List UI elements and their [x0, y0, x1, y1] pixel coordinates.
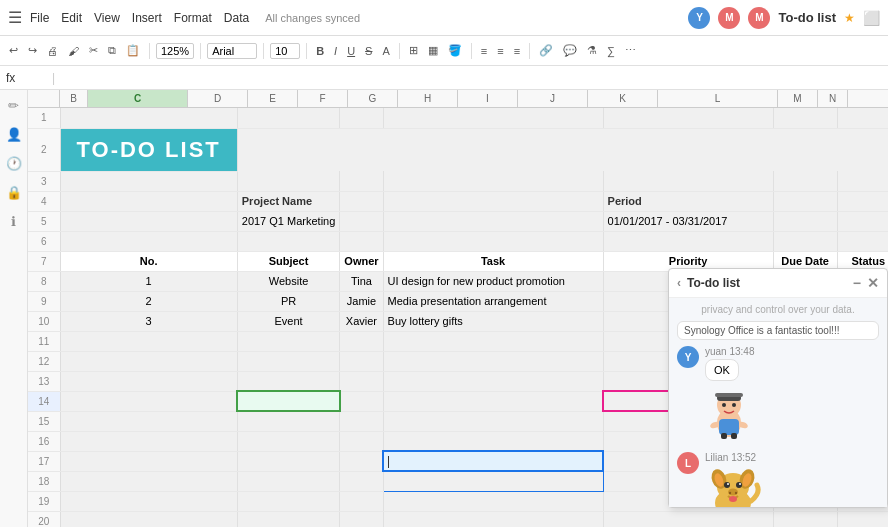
col-header-b[interactable]: B: [60, 90, 88, 107]
avatar-m1[interactable]: M: [718, 7, 740, 29]
cell-g1[interactable]: [773, 108, 837, 128]
undo-button[interactable]: ↩: [6, 42, 21, 59]
redo-button[interactable]: ↪: [25, 42, 40, 59]
scissors-button[interactable]: ✂: [86, 42, 101, 59]
cell-g6[interactable]: [773, 231, 837, 251]
col-header-f[interactable]: F: [298, 90, 348, 107]
col-header-c[interactable]: C: [88, 90, 188, 107]
cell-d17[interactable]: yuan: [340, 451, 383, 471]
align-left-button[interactable]: ≡: [478, 43, 490, 59]
cell-no-1[interactable]: 1: [60, 271, 237, 291]
col-header-h[interactable]: H: [398, 90, 458, 107]
cell-g5[interactable]: [773, 211, 837, 231]
menu-file[interactable]: File: [30, 11, 49, 25]
sidebar-info-icon[interactable]: ℹ: [11, 214, 16, 229]
cell-d1[interactable]: [340, 108, 383, 128]
cell-title[interactable]: TO-DO LIST: [60, 128, 237, 171]
cell-b13[interactable]: [60, 371, 237, 391]
cell-g3[interactable]: [773, 171, 837, 191]
cell-b3[interactable]: [60, 171, 237, 191]
menu-edit[interactable]: Edit: [61, 11, 82, 25]
cell-c16[interactable]: [237, 431, 340, 451]
cell-e6[interactable]: [383, 231, 603, 251]
cell-b17[interactable]: [60, 451, 237, 471]
cell-c11[interactable]: [237, 331, 340, 351]
sidebar-lock-icon[interactable]: 🔒: [6, 185, 22, 200]
cell-b15[interactable]: [60, 411, 237, 431]
col-header-l[interactable]: L: [658, 90, 778, 107]
cell-j20[interactable]: [773, 511, 837, 527]
hamburger-icon[interactable]: ☰: [8, 8, 22, 27]
cell-subject-1[interactable]: Website: [237, 271, 340, 291]
cell-owner-3[interactable]: Xavier: [340, 311, 383, 331]
paint-format-button[interactable]: 🖌: [65, 43, 82, 59]
cell-task-3[interactable]: Buy lottery gifts: [383, 311, 603, 331]
cell-c20[interactable]: [237, 511, 340, 527]
cell-f1[interactable]: [603, 108, 773, 128]
cell-b20[interactable]: [60, 511, 237, 527]
cell-c1[interactable]: [237, 108, 340, 128]
cell-c19[interactable]: [237, 491, 340, 511]
cell-b6[interactable]: [60, 231, 237, 251]
cell-owner-1[interactable]: Tina: [340, 271, 383, 291]
chat-close-button[interactable]: ✕: [867, 275, 879, 291]
cell-h5[interactable]: [837, 211, 888, 231]
cell-b5[interactable]: [60, 211, 237, 231]
more-button[interactable]: ⋯: [622, 42, 639, 59]
cell-i20[interactable]: [603, 511, 773, 527]
cell-b18[interactable]: [60, 471, 237, 491]
cell-d5[interactable]: [340, 211, 383, 231]
font-selector[interactable]: Arial: [207, 43, 257, 59]
align-center-button[interactable]: ≡: [494, 43, 506, 59]
menu-view[interactable]: View: [94, 11, 120, 25]
cell-project-value[interactable]: 2017 Q1 Marketing: [237, 211, 340, 231]
cell-task-header[interactable]: Task: [383, 251, 603, 271]
star-icon[interactable]: ★: [844, 11, 855, 25]
font-size-selector[interactable]: 10: [270, 43, 300, 59]
comment-button[interactable]: 💬: [560, 42, 580, 59]
cell-e12[interactable]: [383, 351, 603, 371]
cell-c18[interactable]: [237, 471, 340, 491]
cell-b14[interactable]: [60, 391, 237, 411]
cell-b11[interactable]: [60, 331, 237, 351]
cell-d4[interactable]: [340, 191, 383, 211]
cell-d18[interactable]: [340, 471, 383, 491]
cell-d3[interactable]: [340, 171, 383, 191]
col-header-g[interactable]: G: [348, 90, 398, 107]
cell-f3[interactable]: [603, 171, 773, 191]
cell-owner-2[interactable]: Jamie: [340, 291, 383, 311]
menu-format[interactable]: Format: [174, 11, 212, 25]
border-button[interactable]: ▦: [425, 42, 441, 59]
text-color-button[interactable]: A: [379, 43, 392, 59]
cell-b12[interactable]: [60, 351, 237, 371]
cell-e18[interactable]: [383, 471, 603, 491]
col-header-j[interactable]: J: [518, 90, 588, 107]
chat-minimize-button[interactable]: −: [853, 275, 861, 291]
chat-body[interactable]: privacy and control over your data. Syno…: [669, 298, 887, 507]
chat-back-button[interactable]: ‹: [677, 276, 681, 290]
cell-d15[interactable]: [340, 411, 383, 431]
cell-e4[interactable]: [383, 191, 603, 211]
sidebar-edit-icon[interactable]: ✏: [8, 98, 19, 113]
maximize-button[interactable]: ⬜: [863, 10, 880, 26]
paste-button[interactable]: 📋: [123, 42, 143, 59]
cell-c12[interactable]: [237, 351, 340, 371]
col-header-i[interactable]: I: [458, 90, 518, 107]
bold-button[interactable]: B: [313, 43, 327, 59]
cell-e11[interactable]: [383, 331, 603, 351]
cell-e14[interactable]: [383, 391, 603, 411]
cell-b1[interactable]: [60, 108, 237, 128]
cell-h3[interactable]: [837, 171, 888, 191]
cell-e13[interactable]: [383, 371, 603, 391]
cell-d13[interactable]: [340, 371, 383, 391]
cell-period-value[interactable]: 01/01/2017 - 03/31/2017: [603, 211, 773, 231]
cell-h6[interactable]: [837, 231, 888, 251]
cell-d6[interactable]: [340, 231, 383, 251]
align-right-button[interactable]: ≡: [511, 43, 523, 59]
merge-button[interactable]: ⊞: [406, 42, 421, 59]
underline-button[interactable]: U: [344, 43, 358, 59]
cell-e19[interactable]: [383, 491, 603, 511]
cell-subject-3[interactable]: Event: [237, 311, 340, 331]
cell-e3[interactable]: [383, 171, 603, 191]
cell-subject-2[interactable]: PR: [237, 291, 340, 311]
